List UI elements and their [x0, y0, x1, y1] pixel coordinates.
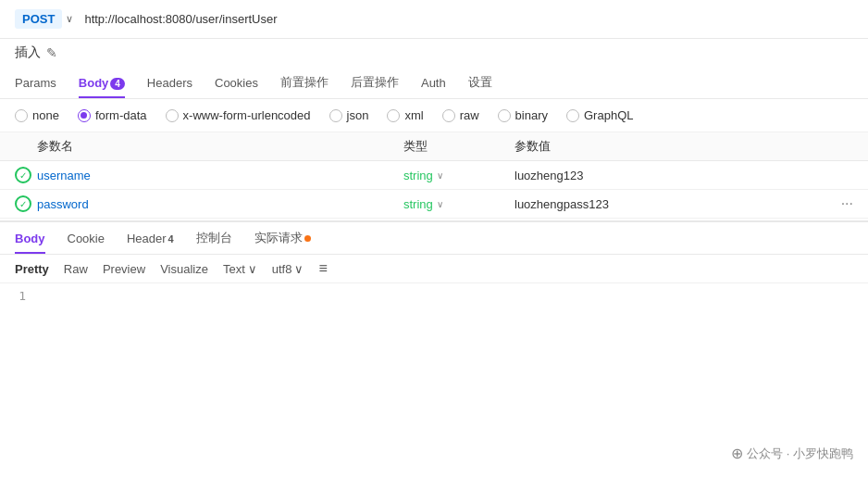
format-visualize[interactable]: Visualize	[160, 262, 208, 276]
type-chevron-password[interactable]: ∨	[437, 199, 443, 209]
watermark: ⊕ 公众号 · 小罗快跑鸭	[731, 445, 853, 462]
method-badge[interactable]: POST	[15, 9, 62, 29]
header-badge: 4	[168, 233, 174, 245]
param-name-username[interactable]: username	[37, 169, 403, 182]
radio-x-www[interactable]	[166, 109, 179, 122]
encoding-dropdown-label: utf8	[272, 262, 292, 276]
radio-binary[interactable]	[498, 109, 511, 122]
body-type-x-www[interactable]: x-www-form-urlencoded	[166, 108, 311, 122]
radio-graphql[interactable]	[566, 109, 579, 122]
body-type-row: none form-data x-www-form-urlencoded jso…	[0, 99, 868, 132]
more-options-password[interactable]: ···	[841, 195, 853, 212]
body-type-json[interactable]: json	[329, 108, 369, 122]
radio-none[interactable]	[15, 109, 28, 122]
bottom-tab-console[interactable]: 控制台	[196, 222, 232, 254]
tab-body[interactable]: Body4	[79, 69, 125, 97]
text-dropdown[interactable]: Text ∨	[223, 262, 257, 276]
code-area: 1	[0, 283, 868, 330]
text-dropdown-chevron: ∨	[248, 262, 257, 276]
filter-icon[interactable]: ≡	[318, 260, 327, 277]
insert-label: 插入	[15, 44, 41, 61]
insert-row: 插入 ✎	[0, 39, 868, 67]
radio-json[interactable]	[329, 109, 342, 122]
body-type-graphql[interactable]: GraphQL	[566, 108, 633, 122]
body-type-none[interactable]: none	[15, 108, 59, 122]
type-chevron-username[interactable]: ∨	[437, 170, 443, 181]
col-type-header: 类型	[403, 139, 428, 153]
tab-cookies[interactable]: Cookies	[215, 69, 258, 97]
tab-headers[interactable]: Headers	[147, 69, 192, 97]
check-icon-password: ✓	[15, 195, 31, 212]
param-value-username[interactable]: luozheng123	[515, 169, 853, 182]
body-type-form-data[interactable]: form-data	[78, 108, 147, 122]
radio-raw[interactable]	[442, 109, 455, 122]
line-numbers: 1	[0, 289, 37, 324]
body-badge: 4	[110, 78, 125, 90]
line-number-1: 1	[0, 289, 26, 303]
tab-pre-op[interactable]: 前置操作	[280, 67, 329, 98]
url-bar: POST ∨ http://localhost:8080/user/insert…	[0, 0, 868, 39]
encoding-dropdown-chevron: ∨	[294, 262, 304, 276]
bottom-tab-cookie[interactable]: Cookie	[68, 224, 105, 253]
bottom-tab-header[interactable]: Header4	[127, 224, 174, 253]
format-preview[interactable]: Preview	[103, 262, 145, 276]
tab-params[interactable]: Params	[15, 69, 56, 97]
text-dropdown-label: Text	[223, 262, 245, 276]
main-tabs: Params Body4 Headers Cookies 前置操作 后置操作 A…	[0, 67, 868, 99]
bottom-tab-body[interactable]: Body	[15, 224, 45, 253]
col-value-header: 参数值	[515, 139, 551, 153]
table-row: ✓ password string ∨ luozhengpass123 ···	[0, 190, 868, 219]
body-type-xml[interactable]: xml	[387, 108, 423, 122]
col-name-header: 参数名	[37, 139, 73, 153]
format-pretty[interactable]: Pretty	[15, 262, 49, 276]
edit-icon[interactable]: ✎	[46, 45, 57, 60]
format-row: Pretty Raw Preview Visualize Text ∨ utf8…	[0, 255, 868, 283]
tab-auth[interactable]: Auth	[421, 69, 446, 97]
bottom-tabs: Body Cookie Header4 控制台 实际请求	[0, 222, 868, 255]
bottom-section: Body Cookie Header4 控制台 实际请求 Pretty Raw …	[0, 220, 868, 330]
code-content[interactable]	[37, 289, 868, 324]
tab-settings[interactable]: 设置	[468, 67, 492, 98]
watermark-icon: ⊕	[731, 445, 743, 462]
param-name-password[interactable]: password	[37, 197, 403, 211]
param-value-password[interactable]: luozhengpass123	[515, 197, 841, 211]
method-dropdown-arrow[interactable]: ∨	[66, 13, 73, 25]
radio-xml[interactable]	[387, 109, 400, 122]
encoding-dropdown[interactable]: utf8 ∨	[272, 262, 304, 276]
check-icon-username: ✓	[15, 167, 31, 183]
url-text[interactable]: http://localhost:8080/user/insertUser	[84, 12, 277, 26]
params-table: 参数名 类型 参数值 ✓ username string ∨ luozheng1…	[0, 132, 868, 219]
radio-form-data[interactable]	[78, 109, 91, 122]
params-header: 参数名 类型 参数值	[0, 132, 868, 161]
param-type-password[interactable]: string ∨	[403, 197, 515, 211]
param-check-password[interactable]: ✓	[15, 195, 37, 212]
format-raw[interactable]: Raw	[64, 262, 88, 276]
param-check-username[interactable]: ✓	[15, 167, 37, 183]
param-type-username[interactable]: string ∨	[403, 169, 515, 182]
body-type-raw[interactable]: raw	[442, 108, 479, 122]
tab-post-op[interactable]: 后置操作	[351, 67, 399, 98]
actual-request-dot	[304, 235, 311, 242]
bottom-tab-actual-request[interactable]: 实际请求	[254, 222, 311, 254]
table-row: ✓ username string ∨ luozheng123	[0, 161, 868, 190]
watermark-text: 公众号 · 小罗快跑鸭	[747, 446, 853, 462]
body-type-binary[interactable]: binary	[498, 108, 548, 122]
